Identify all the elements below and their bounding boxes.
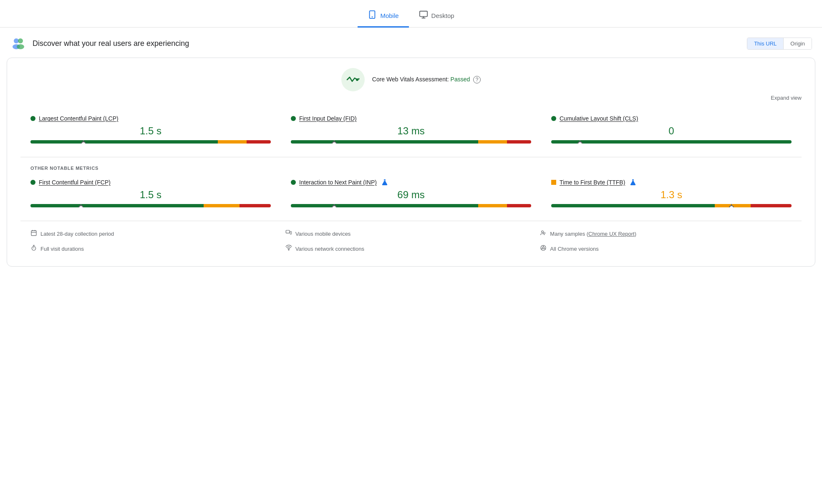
svg-rect-13 xyxy=(31,231,36,236)
metric-fcp: First Contentful Paint (FCP) 1.5 s xyxy=(20,172,281,216)
footer-mobile-devices: Various mobile devices xyxy=(285,228,537,239)
expand-view[interactable]: Expand view xyxy=(20,95,802,101)
footer-full-visit: Full visit durations xyxy=(30,243,282,255)
tab-bar: Mobile Desktop xyxy=(0,0,822,28)
fcp-status-dot xyxy=(30,180,35,185)
cls-status-dot xyxy=(551,116,556,121)
lcp-bar-green xyxy=(30,140,218,144)
fcp-value: 1.5 s xyxy=(30,189,271,201)
footer-samples: Many samples (Chrome UX Report) xyxy=(540,228,792,239)
cls-bar-green xyxy=(551,140,792,144)
url-origin-toggle: This URL Origin xyxy=(747,38,812,50)
ttfb-link[interactable]: Time to First Byte (TTFB) xyxy=(560,179,625,186)
fid-bar-marker xyxy=(334,140,335,144)
chrome-versions-text: All Chrome versions xyxy=(550,246,598,252)
svg-rect-2 xyxy=(419,11,427,17)
inp-bar xyxy=(291,204,531,207)
cwv-header: Core Web Vitals Assessment: Passed ? xyxy=(20,68,802,91)
lcp-bar-orange xyxy=(218,140,247,144)
footer-collection-period: Latest 28-day collection period xyxy=(30,228,282,239)
metric-ttfb-label: Time to First Byte (TTFB) xyxy=(551,179,792,186)
cwv-icon xyxy=(341,68,365,91)
inp-link[interactable]: Interaction to Next Paint (INP) xyxy=(299,179,377,186)
svg-point-6 xyxy=(18,38,23,43)
fcp-bar-red xyxy=(240,204,271,207)
fid-link[interactable]: First Input Delay (FID) xyxy=(299,115,357,122)
users-avatar-icon xyxy=(10,35,27,52)
metric-cls-label: Cumulative Layout Shift (CLS) xyxy=(551,115,792,122)
ttfb-bar-marker xyxy=(731,204,732,207)
metric-fcp-label: First Contentful Paint (FCP) xyxy=(30,179,271,186)
fid-value: 13 ms xyxy=(291,125,531,137)
tab-mobile[interactable]: Mobile xyxy=(358,5,408,28)
fcp-bar xyxy=(30,204,271,207)
ttfb-status-dot xyxy=(551,180,556,185)
inp-bar-green xyxy=(291,204,478,207)
lcp-value: 1.5 s xyxy=(30,125,271,137)
chrome-ux-report-link[interactable]: Chrome UX Report xyxy=(588,231,635,237)
svg-point-22 xyxy=(32,247,35,250)
metric-fid-label: First Input Delay (FID) xyxy=(291,115,531,122)
cwv-help-icon[interactable]: ? xyxy=(473,76,481,83)
section-title: Discover what your real users are experi… xyxy=(33,39,189,48)
metric-inp: Interaction to Next Paint (INP) 69 ms xyxy=(281,172,541,216)
stopwatch-icon xyxy=(30,244,37,253)
ttfb-lab-icon xyxy=(630,179,636,186)
svg-point-28 xyxy=(542,247,545,249)
notable-metrics-grid: First Contentful Paint (FCP) 1.5 s Inter… xyxy=(20,172,802,216)
fcp-bar-track xyxy=(30,204,271,207)
svg-point-21 xyxy=(544,232,545,234)
chrome-icon xyxy=(540,244,547,253)
lcp-bar xyxy=(30,140,271,144)
section-header-left: Discover what your real users are experi… xyxy=(10,35,189,52)
mobile-icon xyxy=(368,10,377,21)
cls-value: 0 xyxy=(551,125,792,137)
samples-icon xyxy=(540,229,547,238)
inp-bar-marker xyxy=(334,204,335,207)
ttfb-value: 1.3 s xyxy=(551,189,792,201)
fcp-link[interactable]: First Contentful Paint (FCP) xyxy=(39,179,111,186)
this-url-button[interactable]: This URL xyxy=(747,38,784,49)
mobile-devices-text: Various mobile devices xyxy=(295,231,351,237)
cls-bar xyxy=(551,140,792,144)
tab-desktop-label: Desktop xyxy=(431,12,454,19)
notable-label: OTHER NOTABLE METRICS xyxy=(20,162,802,172)
inp-bar-orange xyxy=(478,204,507,207)
metrics-divider xyxy=(20,157,802,157)
inp-value: 69 ms xyxy=(291,189,531,201)
network-text: Various network connections xyxy=(295,246,364,252)
ttfb-bar-track xyxy=(551,204,792,207)
inp-bar-track xyxy=(291,204,531,207)
origin-button[interactable]: Origin xyxy=(784,38,812,49)
devices-icon xyxy=(285,229,292,238)
svg-point-10 xyxy=(358,78,360,80)
section-header: Discover what your real users are experi… xyxy=(0,28,822,58)
tab-desktop[interactable]: Desktop xyxy=(409,5,464,28)
svg-point-8 xyxy=(17,44,24,49)
ttfb-bar xyxy=(551,204,792,207)
fid-status-dot xyxy=(291,116,296,121)
lcp-link[interactable]: Largest Contentful Paint (LCP) xyxy=(39,115,119,122)
ttfb-bar-green xyxy=(551,204,715,207)
metric-inp-label: Interaction to Next Paint (INP) xyxy=(291,179,531,186)
desktop-icon xyxy=(419,10,428,21)
cls-bar-marker xyxy=(580,140,580,144)
calendar-icon xyxy=(30,229,37,238)
svg-point-26 xyxy=(288,249,289,250)
samples-text: Many samples (Chrome UX Report) xyxy=(550,231,636,237)
inp-lab-icon xyxy=(382,179,388,186)
cwv-assessment-label: Core Web Vitals Assessment: xyxy=(372,76,449,83)
inp-bar-red xyxy=(507,204,531,207)
metric-lcp-label: Largest Contentful Paint (LCP) xyxy=(30,115,271,122)
cwv-status: Passed xyxy=(451,76,470,83)
ttfb-bar-red xyxy=(751,204,792,207)
footer-info: Latest 28-day collection period Various … xyxy=(20,221,802,258)
collection-period-text: Latest 28-day collection period xyxy=(40,231,114,237)
lcp-bar-marker xyxy=(83,140,84,144)
fid-bar-green xyxy=(291,140,478,144)
main-card: Core Web Vitals Assessment: Passed ? Exp… xyxy=(7,58,815,267)
svg-rect-17 xyxy=(286,230,290,233)
lcp-bar-track xyxy=(30,140,271,144)
cls-link[interactable]: Cumulative Layout Shift (CLS) xyxy=(560,115,638,122)
svg-line-30 xyxy=(541,248,542,249)
